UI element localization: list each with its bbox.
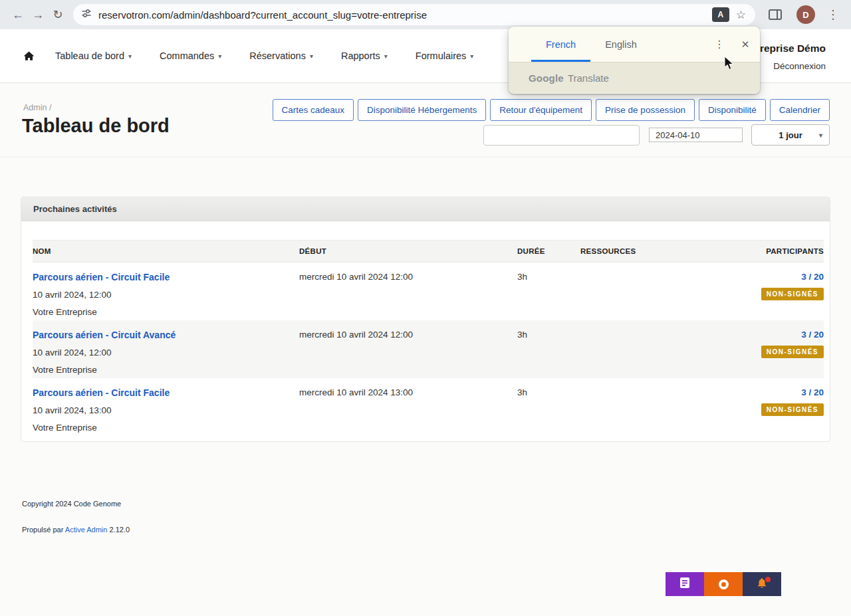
col-participants: PARTICIPANTS: [731, 241, 824, 262]
translate-tab-french[interactable]: French: [531, 27, 590, 62]
disponibilite-button[interactable]: Disponibilité: [699, 99, 766, 121]
nav-reservations[interactable]: Réservations ▾: [249, 51, 313, 61]
address-bar[interactable]: reservotron.com/admin/dashboard?current_…: [73, 4, 755, 25]
upcoming-activities-panel: Prochaines activités NOM DÉBUT DURÉE RES…: [21, 197, 830, 442]
nav-commandes[interactable]: Commandes ▾: [160, 51, 221, 61]
duration-select-value: 1 jour: [779, 130, 802, 140]
activity-link[interactable]: Parcours aérien - Circuit Facile: [33, 387, 170, 398]
nav-item-label: Tableau de bord: [55, 51, 124, 61]
document-icon: [679, 577, 690, 591]
chevron-down-icon: ▾: [819, 132, 822, 139]
active-admin-link[interactable]: Active Admin: [65, 526, 108, 534]
activity-resources: [580, 262, 731, 320]
powered-by-text: Propulsé par Active Admin 2.12.0: [22, 526, 130, 534]
page-title: Tableau de bord: [22, 115, 170, 137]
filter-text-input[interactable]: [483, 125, 640, 146]
chevron-down-icon: ▾: [470, 52, 473, 60]
table-row: Parcours aérien - Circuit Facile 10 avri…: [33, 378, 824, 436]
activity-link[interactable]: Parcours aérien - Circuit Avancé: [33, 330, 176, 340]
activity-start: mercredi 10 avril 2024 12:00: [299, 262, 517, 320]
activity-start: mercredi 10 avril 2024 12:00: [299, 320, 517, 378]
table-row: Parcours aérien - Circuit Facile 10 avri…: [33, 262, 824, 320]
back-icon[interactable]: ←: [8, 5, 28, 25]
unsigned-badge: NON-SIGNÉS: [761, 346, 824, 358]
participants-link[interactable]: 3 / 20: [801, 387, 824, 397]
col-debut: DÉBUT: [299, 241, 517, 262]
unsigned-badge: NON-SIGNÉS: [761, 403, 824, 416]
col-duree: DURÉE: [517, 241, 580, 262]
action-buttons: Cartes cadeaux Disponibilité Hébergement…: [273, 99, 830, 121]
google-translate-popup: French English ⋮ ✕ Google Translate: [509, 27, 760, 94]
participants-link[interactable]: 3 / 20: [801, 330, 824, 340]
reload-icon[interactable]: ↻: [48, 5, 68, 25]
nav-item-label: Rapports: [341, 51, 380, 61]
activity-datetime: 10 avril 2024, 13:00: [33, 405, 299, 415]
activity-link[interactable]: Parcours aérien - Circuit Facile: [33, 272, 170, 282]
prise-de-possession-button[interactable]: Prise de possession: [596, 99, 695, 121]
translate-tab-english[interactable]: English: [590, 27, 652, 62]
breadcrumb-separator: /: [49, 103, 51, 112]
forward-icon[interactable]: →: [28, 5, 48, 25]
calendrier-button[interactable]: Calendrier: [770, 99, 830, 121]
notifications-button[interactable]: [743, 572, 781, 596]
participants-link[interactable]: 3 / 20: [801, 272, 824, 282]
activity-datetime: 10 avril 2024, 12:00: [33, 348, 299, 358]
activity-start: mercredi 10 avril 2024 13:00: [299, 378, 517, 436]
breadcrumb: Admin /: [23, 103, 51, 112]
page-header: Admin / Tableau de bord Cartes cadeaux D…: [0, 83, 851, 157]
nav-tableau-de-bord[interactable]: Tableau de bord ▾: [55, 51, 132, 61]
google-logo: Google: [529, 72, 564, 84]
unsigned-badge: NON-SIGNÉS: [761, 288, 824, 300]
retour-equipement-button[interactable]: Retour d'équipement: [490, 99, 592, 121]
activity-company: Votre Entreprise: [33, 365, 299, 375]
help-button[interactable]: [704, 572, 743, 596]
chevron-down-icon: ▾: [310, 52, 313, 60]
lifebuoy-icon: [719, 579, 729, 589]
activity-company: Votre Entreprise: [33, 423, 299, 433]
translate-brand-label: Translate: [568, 72, 609, 84]
nav-item-label: Réservations: [249, 51, 306, 61]
date-input[interactable]: [649, 128, 743, 142]
activities-table: NOM DÉBUT DURÉE RESSOURCES PARTICIPANTS …: [33, 240, 824, 436]
activity-resources: [580, 320, 731, 378]
notification-dot: [765, 577, 771, 582]
nav-item-label: Formulaires: [416, 51, 467, 61]
powered-prefix: Propulsé par: [22, 526, 63, 534]
duration-select[interactable]: 1 jour ▾: [751, 124, 830, 146]
floating-buttons: [666, 572, 781, 596]
bookmark-star-icon[interactable]: ☆: [736, 8, 746, 22]
breadcrumb-admin[interactable]: Admin: [23, 103, 47, 112]
table-row: Parcours aérien - Circuit Avancé 10 avri…: [33, 320, 824, 378]
nav-item-label: Commandes: [160, 51, 214, 61]
mouse-cursor: [724, 56, 736, 74]
chevron-down-icon: ▾: [384, 52, 388, 60]
col-nom: NOM: [33, 241, 299, 262]
side-panel-icon[interactable]: [769, 9, 782, 20]
activity-duration: 3h: [517, 262, 580, 320]
documents-button[interactable]: [666, 572, 704, 596]
nav-formulaires[interactable]: Formulaires ▾: [416, 51, 474, 61]
panel-title: Prochaines activités: [21, 197, 830, 221]
profile-avatar[interactable]: D: [796, 5, 815, 24]
activity-datetime: 10 avril 2024, 12:00: [33, 290, 299, 300]
powered-version: 2.12.0: [109, 526, 130, 534]
chevron-down-icon: ▾: [128, 52, 132, 60]
url-text[interactable]: reservotron.com/admin/dashboard?current_…: [98, 9, 712, 21]
cartes-cadeaux-button[interactable]: Cartes cadeaux: [273, 99, 354, 121]
home-icon[interactable]: [23, 50, 35, 62]
col-ressources: RESSOURCES: [580, 241, 731, 262]
browser-menu-icon[interactable]: ⋮: [823, 5, 843, 25]
site-info-icon[interactable]: [81, 8, 92, 21]
browser-window: ← → ↻ reservotron.com/admin/dashboard?cu…: [0, 0, 851, 616]
table-header-row: NOM DÉBUT DURÉE RESSOURCES PARTICIPANTS: [33, 241, 824, 262]
activity-company: Votre Entreprise: [33, 307, 299, 317]
chevron-down-icon: ▾: [218, 52, 221, 60]
copyright-text: Copyright 2024 Code Genome: [22, 500, 121, 508]
disponibilite-hebergements-button[interactable]: Disponibilité Hébergements: [358, 99, 486, 121]
translate-icon[interactable]: A: [712, 7, 729, 22]
activity-resources: [580, 378, 731, 436]
page-content: Admin / Tableau de bord Cartes cadeaux D…: [0, 83, 851, 616]
nav-rapports[interactable]: Rapports ▾: [341, 51, 388, 61]
activity-duration: 3h: [517, 320, 580, 378]
activity-duration: 3h: [517, 378, 580, 436]
